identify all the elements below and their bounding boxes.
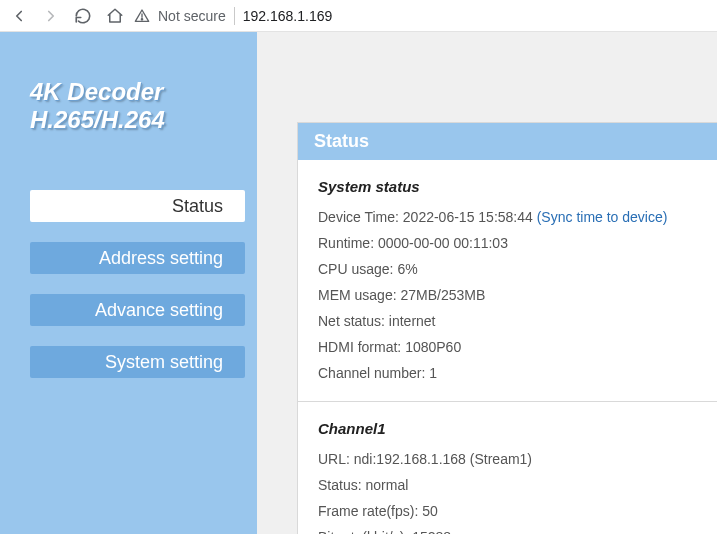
content-area: Status System status Device Time2022-06-…: [257, 32, 717, 534]
panel-title: Status: [298, 123, 717, 160]
runtime-value: 0000-00-00 00:11:03: [378, 235, 508, 251]
nav-item-system-setting[interactable]: System setting: [30, 346, 245, 378]
net-label: Net status: [318, 313, 389, 329]
row-mem: MEM usage27MB/253MB: [318, 287, 697, 303]
chn-label: Channel number: [318, 365, 429, 381]
nav-item-status[interactable]: Status: [30, 190, 245, 222]
net-value: internet: [389, 313, 436, 329]
row-cpu: CPU usage6%: [318, 261, 697, 277]
hdmi-value: 1080P60: [405, 339, 461, 355]
back-icon[interactable]: [10, 7, 28, 25]
sidebar-nav: Status Address setting Advance setting S…: [0, 190, 257, 378]
separator: [234, 7, 235, 25]
browser-toolbar: Not secure 192.168.1.169: [0, 0, 717, 32]
nav-item-label: Address setting: [99, 248, 223, 269]
nav-item-label: Advance setting: [95, 300, 223, 321]
url-value: ndi:192.168.1.168 (Stream1): [354, 451, 532, 467]
row-hdmi: HDMI format1080P60: [318, 339, 697, 355]
forward-icon[interactable]: [42, 7, 60, 25]
nav-item-address-setting[interactable]: Address setting: [30, 242, 245, 274]
nav-item-label: System setting: [105, 352, 223, 373]
fps-value: 50: [422, 503, 438, 519]
address-bar[interactable]: Not secure 192.168.1.169: [134, 7, 332, 25]
cpu-label: CPU usage: [318, 261, 397, 277]
row-device-time: Device Time2022-06-15 15:58:44 (Sync tim…: [318, 209, 697, 225]
channel1-section: Channel1 URLndi:192.168.1.168 (Stream1) …: [298, 402, 717, 534]
nav-icon-group: [6, 7, 124, 25]
channel1-heading: Channel1: [318, 420, 697, 437]
url-label: URL: [318, 451, 354, 467]
status-value: normal: [365, 477, 408, 493]
hdmi-label: HDMI format: [318, 339, 405, 355]
brand: 4K Decoder H.265/H.264: [0, 78, 257, 134]
home-icon[interactable]: [106, 7, 124, 25]
nav-item-advance-setting[interactable]: Advance setting: [30, 294, 245, 326]
not-secure-icon: [134, 8, 150, 24]
row-status: Statusnormal: [318, 477, 697, 493]
runtime-label: Runtime: [318, 235, 378, 251]
bitrate-label: Bit rate(kbit/s): [318, 529, 412, 534]
url-text: 192.168.1.169: [243, 8, 333, 24]
row-bitrate: Bit rate(kbit/s)15288: [318, 529, 697, 534]
row-channel-number: Channel number1: [318, 365, 697, 381]
cpu-value: 6%: [397, 261, 417, 277]
not-secure-label: Not secure: [158, 8, 226, 24]
nav-item-label: Status: [172, 196, 223, 217]
device-time-value: 2022-06-15 15:58:44: [403, 209, 533, 225]
bitrate-value: 15288: [412, 529, 451, 534]
chn-value: 1: [429, 365, 437, 381]
mem-label: MEM usage: [318, 287, 400, 303]
sync-time-link[interactable]: (Sync time to device): [537, 209, 668, 225]
status-panel: Status System status Device Time2022-06-…: [297, 122, 717, 534]
row-fps: Frame rate(fps)50: [318, 503, 697, 519]
svg-point-1: [141, 18, 142, 19]
fps-label: Frame rate(fps): [318, 503, 422, 519]
row-net: Net statusinternet: [318, 313, 697, 329]
status-label: Status: [318, 477, 365, 493]
brand-line1: 4K Decoder: [30, 78, 257, 106]
reload-icon[interactable]: [74, 7, 92, 25]
device-time-label: Device Time: [318, 209, 403, 225]
page: 4K Decoder H.265/H.264 Status Address se…: [0, 32, 717, 534]
system-status-heading: System status: [318, 178, 697, 195]
row-runtime: Runtime0000-00-00 00:11:03: [318, 235, 697, 251]
mem-value: 27MB/253MB: [400, 287, 485, 303]
brand-line2: H.265/H.264: [30, 106, 257, 134]
row-url: URLndi:192.168.1.168 (Stream1): [318, 451, 697, 467]
sidebar: 4K Decoder H.265/H.264 Status Address se…: [0, 32, 257, 534]
system-status-section: System status Device Time2022-06-15 15:5…: [298, 160, 717, 402]
